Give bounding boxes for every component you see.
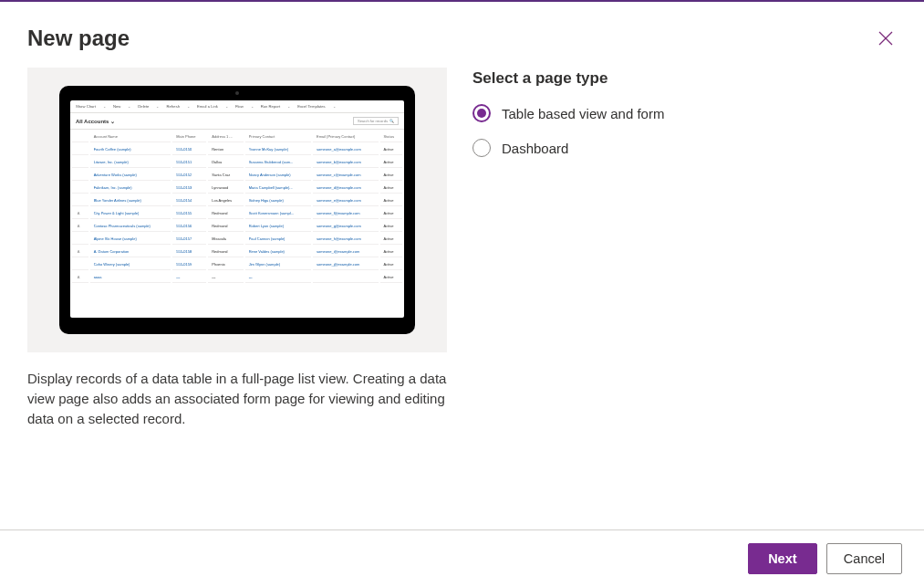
dialog-header: New page — [0, 2, 924, 58]
preview-column-header: Main Phone — [172, 131, 206, 142]
device-screen: Show Chart⌄New⌄Delete⌄Refresh⌄Email a Li… — [70, 100, 404, 318]
page-type-option-label: Dashboard — [502, 141, 568, 156]
preview-column-header — [72, 131, 88, 142]
preview-toolbar-item: Email a Link — [197, 104, 218, 109]
table-row: Alpine Ski House (sample)555-0157Missoul… — [72, 234, 402, 245]
page-type-option-label: Table based view and form — [502, 106, 664, 121]
page-type-option[interactable]: Dashboard — [472, 139, 897, 157]
left-column: Show Chart⌄New⌄Delete⌄Refresh⌄Email a Li… — [27, 68, 447, 529]
preview-cell — [313, 272, 379, 283]
preview-search-placeholder: Search for records — [358, 119, 388, 123]
page-type-option[interactable]: Table based view and form — [472, 104, 897, 122]
table-row: Coho Winery (sample)555-0159PhoenixJim G… — [72, 259, 402, 270]
camera-dot — [235, 91, 239, 95]
preview-cell: Dallas — [208, 157, 243, 168]
chevron-down-icon: ⌄ — [225, 104, 228, 109]
preview-cell: Maria Campbell (sample)... — [245, 183, 311, 194]
preview-cell: someone_g@example.com — [313, 221, 379, 232]
preview-toolbar-item: Flow — [235, 104, 244, 109]
preview-cell: aaaa — [90, 272, 171, 283]
preview-column-header: Address 1 ... — [208, 131, 243, 142]
preview-grid: Account NameMain PhoneAddress 1 ...Prima… — [70, 130, 404, 285]
dialog-body: Show Chart⌄New⌄Delete⌄Refresh⌄Email a Li… — [0, 58, 924, 529]
preview-cell: 555-0151 — [172, 157, 206, 168]
close-button[interactable] — [875, 27, 897, 49]
preview-cell: 555-0155 — [172, 208, 206, 219]
preview-cell — [72, 183, 88, 194]
preview-cell: Phoenix — [208, 259, 243, 270]
preview-cell — [72, 170, 88, 181]
preview-toolbar: Show Chart⌄New⌄Delete⌄Refresh⌄Email a Li… — [70, 100, 404, 113]
preview-cell: someone_d@example.com — [313, 183, 379, 194]
preview-frame: Show Chart⌄New⌄Delete⌄Refresh⌄Email a Li… — [27, 68, 447, 352]
preview-cell: Jim Glynn (sample) — [245, 259, 311, 270]
preview-cell: Missoula — [208, 234, 243, 245]
device-mockup: Show Chart⌄New⌄Delete⌄Refresh⌄Email a Li… — [59, 86, 415, 334]
preview-cell: Sidney Higa (sample) — [245, 195, 311, 206]
preview-toolbar-item: New — [113, 104, 120, 109]
close-icon — [878, 31, 893, 46]
preview-cell: --- — [172, 272, 206, 283]
preview-cell: A — [72, 246, 88, 257]
preview-cell — [72, 259, 88, 270]
preview-cell: 555-0150 — [172, 144, 206, 155]
preview-cell: someone_i@example.com — [313, 246, 379, 257]
preview-column-header: Status — [380, 131, 402, 142]
preview-cell: 555-0159 — [172, 259, 206, 270]
preview-view-name: All Accounts — [76, 119, 109, 124]
preview-cell: Fabrikam, Inc. (sample) — [90, 183, 171, 194]
preview-toolbar-item: Delete — [138, 104, 149, 109]
preview-toolbar-item: Run Report — [261, 104, 280, 109]
table-row: Fourth Coffee (sample)555-0150RentonYvon… — [72, 144, 402, 155]
new-page-dialog: New page Show Chart⌄New⌄Delete⌄Refresh⌄E… — [0, 2, 924, 587]
select-page-type-heading: Select a page type — [472, 69, 897, 88]
search-icon: 🔍 — [389, 119, 394, 123]
preview-cell: Adventure Works (sample) — [90, 170, 171, 181]
table-row: Blue Yonder Airlines (sample)555-0154Los… — [72, 195, 402, 206]
preview-cell: Active — [380, 170, 402, 181]
preview-cell: Scott Konersmann (sampl... — [245, 208, 311, 219]
preview-cell: A — [72, 272, 88, 283]
chevron-down-icon: ⌄ — [156, 104, 159, 109]
preview-cell — [72, 234, 88, 245]
preview-cell: Contoso Pharmaceuticals (sample) — [90, 221, 171, 232]
preview-cell: Active — [380, 259, 402, 270]
table-row: Aaaaa---------Active — [72, 272, 402, 283]
chevron-down-icon: ⌄ — [128, 104, 130, 109]
preview-cell: someone_b@example.com — [313, 157, 379, 168]
radio-icon — [472, 139, 491, 157]
preview-cell: someone_e@example.com — [313, 195, 379, 206]
preview-view-row: All Accounts ⌄ Search for records🔍 — [70, 113, 404, 130]
preview-cell: A — [72, 221, 88, 232]
preview-cell: Active — [380, 195, 402, 206]
preview-cell: someone_a@example.com — [313, 144, 379, 155]
preview-cell: Active — [380, 144, 402, 155]
chevron-down-icon: ⌄ — [251, 104, 254, 109]
preview-cell: Rene Valdes (sample) — [245, 246, 311, 257]
preview-cell: 555-0153 — [172, 183, 206, 194]
preview-cell — [72, 157, 88, 168]
preview-toolbar-item: Excel Templates — [297, 104, 325, 109]
preview-search: Search for records🔍 — [353, 117, 399, 125]
preview-cell: Yvonne McKay (sample) — [245, 144, 311, 155]
preview-column-header: Email (Primary Contact) — [313, 131, 379, 142]
preview-cell — [72, 144, 88, 155]
dialog-title: New page — [27, 26, 130, 51]
preview-cell: Active — [380, 157, 402, 168]
table-row: AA. Datum Corporation555-0158RedmondRene… — [72, 246, 402, 257]
chevron-down-icon: ⌄ — [110, 119, 115, 124]
preview-cell: 555-0157 — [172, 234, 206, 245]
chevron-down-icon: ⌄ — [187, 104, 190, 109]
preview-cell: 555-0156 — [172, 221, 206, 232]
table-row: AContoso Pharmaceuticals (sample)555-015… — [72, 221, 402, 232]
preview-cell: 555-0152 — [172, 170, 206, 181]
table-row: Fabrikam, Inc. (sample)555-0153LynnwoodM… — [72, 183, 402, 194]
preview-cell: Redmond — [208, 221, 243, 232]
cancel-button[interactable]: Cancel — [826, 543, 902, 574]
preview-cell: Litware, Inc. (sample) — [90, 157, 171, 168]
page-type-description: Display records of a data table in a ful… — [27, 369, 447, 428]
next-button[interactable]: Next — [748, 543, 817, 574]
preview-cell: --- — [245, 272, 311, 283]
preview-cell: Renton — [208, 144, 243, 155]
table-row: Litware, Inc. (sample)555-0151DallasSusa… — [72, 157, 402, 168]
